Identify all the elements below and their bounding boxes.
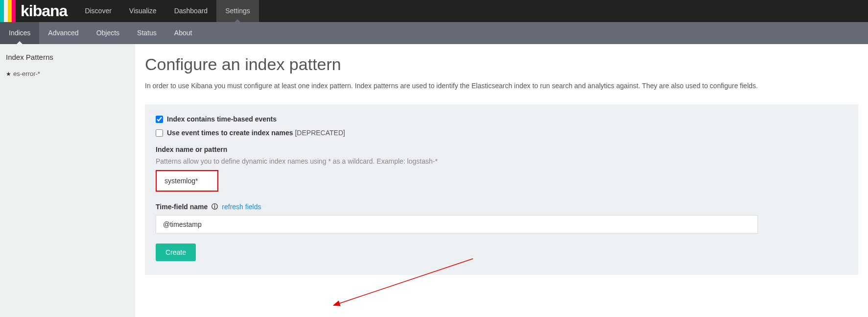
brand-name: kibana xyxy=(21,0,67,22)
brand-logo: kibana xyxy=(0,0,76,22)
refresh-fields-link[interactable]: refresh fields xyxy=(222,203,261,211)
nav-dashboard[interactable]: Dashboard xyxy=(165,0,217,22)
top-navbar: kibana Discover Visualize Dashboard Sett… xyxy=(0,0,868,22)
create-button[interactable]: Create xyxy=(156,244,196,261)
page-title: Configure an index pattern xyxy=(145,55,858,74)
nav-discover[interactable]: Discover xyxy=(76,0,120,22)
sidebar-item-es-error[interactable]: ★ es-error-* xyxy=(5,68,130,79)
logo-stripes xyxy=(0,0,16,22)
index-input-highlight xyxy=(156,170,218,192)
checkbox-event-times[interactable] xyxy=(156,129,163,137)
deprecated-tag: [DEPRECATED] xyxy=(295,129,345,137)
tab-about[interactable]: About xyxy=(165,22,201,44)
sidebar-title: Index Patterns xyxy=(5,51,130,68)
tab-status[interactable]: Status xyxy=(128,22,165,44)
checkbox-event-times-label: Use event times to create index names [D… xyxy=(167,129,345,137)
main-content: Configure an index pattern In order to u… xyxy=(135,44,868,317)
tab-advanced[interactable]: Advanced xyxy=(39,22,87,44)
config-panel: Index contains time-based events Use eve… xyxy=(145,104,858,275)
sidebar: Index Patterns ★ es-error-* xyxy=(0,44,135,317)
page-description: In order to use Kibana you must configur… xyxy=(145,81,858,91)
checkbox-time-based-label: Index contains time-based events xyxy=(167,115,277,123)
index-name-input[interactable] xyxy=(158,172,216,190)
secondary-nav: Indices Advanced Objects Status About xyxy=(0,22,868,44)
nav-visualize[interactable]: Visualize xyxy=(120,0,165,22)
time-field-input[interactable] xyxy=(156,215,758,234)
info-icon[interactable]: ⓘ xyxy=(211,202,218,211)
sidebar-item-label: es-error-* xyxy=(13,70,40,77)
tab-indices[interactable]: Indices xyxy=(0,22,39,44)
nav-settings[interactable]: Settings xyxy=(216,0,259,22)
tab-objects[interactable]: Objects xyxy=(88,22,128,44)
index-name-help: Patterns allow you to define dynamic ind… xyxy=(156,157,847,165)
time-field-label: Time-field name xyxy=(156,203,208,211)
index-name-label: Index name or pattern xyxy=(156,146,847,153)
primary-nav: Discover Visualize Dashboard Settings xyxy=(76,0,258,22)
star-icon: ★ xyxy=(6,71,11,77)
checkbox-time-based[interactable] xyxy=(156,116,163,123)
